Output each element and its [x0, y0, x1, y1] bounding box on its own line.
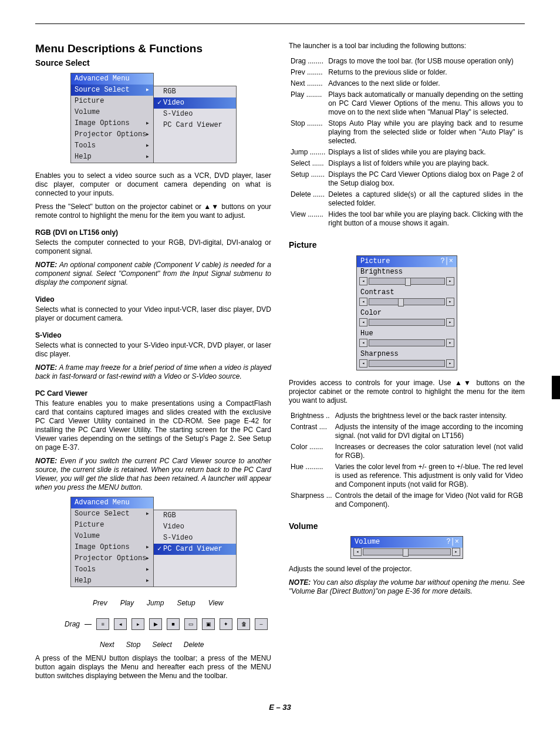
m2-source-select[interactable]: Source Select▸ [71, 508, 153, 520]
tb-label-setup: Setup [177, 599, 195, 608]
tb-btn-delete[interactable]: 🗑 [237, 618, 250, 630]
tb-label-next: Next [100, 641, 114, 649]
menu-item-picture[interactable]: Picture [71, 96, 153, 107]
source-select-menu-1: Advanced Menu Source Select▸ Picture Vol… [70, 73, 271, 163]
tb-label-select: Select [152, 641, 171, 649]
m2-picture[interactable]: Picture [71, 520, 153, 531]
desc-term: Prev ........ [290, 68, 326, 78]
tb-btn-stop[interactable]: ■ [167, 618, 180, 630]
volume-p: Adjusts the sound level of the projector… [289, 565, 525, 574]
svideo-p: Selects what is connected to your S-Vide… [35, 341, 271, 359]
right-arrow-icon[interactable]: ▸ [452, 548, 460, 556]
picture-dialog-title: Picture [360, 257, 390, 266]
desc-term: Jump ........ [290, 147, 326, 157]
pccard-p: This feature enables you to make present… [35, 399, 271, 452]
source-select-menu-2: Advanced Menu Source Select▸ Picture Vol… [70, 497, 271, 587]
menu-item-help[interactable]: Help▸ [71, 151, 153, 163]
m2-sub-rgb[interactable]: RGB [154, 510, 236, 521]
top-rule [35, 23, 525, 24]
menu-item-image-options[interactable]: Image Options▸ [71, 118, 153, 129]
desc-term: Sharpness ... [290, 491, 333, 510]
submenu-svideo[interactable]: S-Video [154, 109, 236, 120]
tb-label-drag: Drag [65, 620, 80, 629]
desc-def: Controls the detail of the image for Vid… [335, 491, 524, 510]
submenu-rgb[interactable]: RGB [154, 86, 236, 97]
rgb-heading: RGB (DVI on LT156 only) [35, 228, 271, 237]
rgb-p: Selects the computer connected to your R… [35, 238, 271, 256]
m2-projector-options[interactable]: Projector Options▸ [71, 553, 153, 564]
submenu-pccard[interactable]: PC Card Viewer [154, 120, 236, 131]
tb-btn-view[interactable]: – [255, 618, 268, 630]
volume-heading: Volume [289, 521, 525, 532]
m2-sub-pccard[interactable]: ✓PC Card Viewer [154, 544, 236, 555]
tb-btn-drag[interactable]: ≡ [96, 618, 109, 630]
launcher-table: Drag ........Drags to move the tool bar.… [289, 55, 525, 230]
tb-btn-jump[interactable]: ▭ [184, 618, 197, 630]
dialog-controls-icon[interactable]: ?│× [440, 257, 453, 266]
page-number: E – 33 [35, 703, 525, 712]
tb-btn-prev[interactable]: ◂ [114, 618, 127, 630]
tb-btn-setup[interactable]: ✦ [220, 618, 232, 630]
left-column: Menu Descriptions & Functions Source Sel… [35, 42, 271, 685]
desc-term: Play ........ [290, 90, 326, 117]
submenu-video[interactable]: ✓Video [154, 97, 236, 109]
pic-row-hue: Hue [357, 329, 457, 339]
menu-item-tools[interactable]: Tools▸ [71, 140, 153, 151]
desc-def: Stops Auto Play while you are playing ba… [328, 119, 524, 146]
video-p: Selects what is connected to your Video … [35, 305, 271, 323]
pic-row-sharpness: Sharpness [357, 349, 457, 359]
desc-def: Displays a list of folders while you are… [328, 159, 524, 169]
picture-p: Provides access to controls for your ima… [289, 379, 525, 405]
desc-term: Next ........ [290, 79, 326, 89]
src-p2: Press the "Select" button on the project… [35, 203, 271, 220]
desc-term: Stop ........ [290, 119, 326, 146]
svideo-note: NOTE: A frame may freeze for a brief per… [35, 363, 271, 381]
menu-item-volume[interactable]: Volume [71, 107, 153, 118]
tb-btn-select[interactable]: ▣ [202, 618, 215, 630]
m2-help[interactable]: Help▸ [71, 575, 153, 587]
desc-def: Hides the tool bar while you are playing… [328, 210, 524, 228]
desc-def: Displays the PC Card Viewer Options dial… [328, 170, 524, 188]
picture-heading: Picture [289, 240, 525, 251]
left-arrow-icon[interactable]: ◂ [353, 548, 362, 556]
picture-table: Brightness ..Adjusts the brightness leve… [289, 410, 525, 511]
right-arrow-icon[interactable]: ▸ [446, 277, 454, 285]
pic-row-brightness: Brightness [357, 267, 457, 277]
m2-sub-video[interactable]: Video [154, 521, 236, 533]
desc-def: Varies the color level from +/- green to… [335, 462, 524, 490]
tb-btn-play[interactable]: ▶ [149, 618, 162, 630]
desc-def: Adjusts the intensity of the image accor… [335, 422, 524, 441]
menu-item-source-select[interactable]: Source Select▸ [71, 85, 153, 96]
desc-term: Setup ....... [290, 170, 326, 188]
source-select-heading: Source Select [35, 58, 271, 69]
desc-term: Color ....... [290, 442, 333, 461]
desc-term: Hue ......... [290, 462, 333, 490]
desc-term: Drag ........ [290, 56, 326, 66]
desc-def: Deletes a captured slide(s) or all the c… [328, 190, 524, 208]
toolbar-diagram: Prev Play Jump Setup View Drag — ≡ ◂ ▸ ▶… [65, 599, 271, 649]
desc-term: Delete ...... [290, 190, 326, 208]
desc-term: View ........ [290, 210, 326, 228]
pccard-heading: PC Card Viewer [35, 389, 271, 398]
menu2-title: Advanced Menu [71, 497, 153, 508]
desc-def: Displays a list of slides while you are … [328, 147, 524, 157]
desc-def: Adjusts the brightness level or the back… [335, 411, 524, 421]
desc-def: Returns to the previous slide or folder. [328, 68, 524, 78]
volume-dialog: Volume?│× ◂▸ [350, 536, 463, 559]
tb-label-jump: Jump [147, 599, 164, 608]
m2-volume[interactable]: Volume [71, 531, 153, 542]
menu-item-projector-options[interactable]: Projector Options▸ [71, 129, 153, 140]
tb-label-view: View [208, 599, 224, 608]
m2-image-options[interactable]: Image Options▸ [71, 542, 153, 553]
tb-btn-next[interactable]: ▸ [131, 618, 144, 630]
right-column: The launcher is a tool bar including the… [289, 42, 525, 685]
left-arrow-icon[interactable]: ◂ [359, 277, 367, 285]
video-heading: Video [35, 295, 271, 304]
dialog-controls-icon[interactable]: ?│× [446, 538, 459, 547]
volume-dialog-title: Volume [355, 538, 380, 547]
tb-label-delete: Delete [184, 641, 204, 649]
m2-tools[interactable]: Tools▸ [71, 564, 153, 575]
desc-def: Drags to move the tool bar. (for USB mou… [328, 56, 524, 66]
m2-sub-svideo[interactable]: S-Video [154, 533, 236, 544]
tb-label-prev: Prev [93, 599, 107, 608]
